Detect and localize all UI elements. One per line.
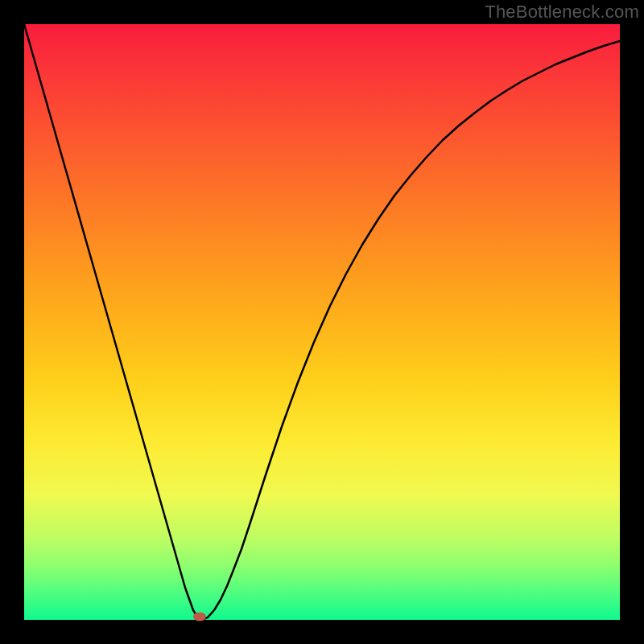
- plot-area: [24, 24, 620, 620]
- bottleneck-curve: [24, 24, 620, 620]
- watermark-text: TheBottleneck.com: [485, 2, 639, 23]
- chart-frame: TheBottleneck.com: [0, 0, 644, 644]
- minimum-marker: [193, 613, 206, 621]
